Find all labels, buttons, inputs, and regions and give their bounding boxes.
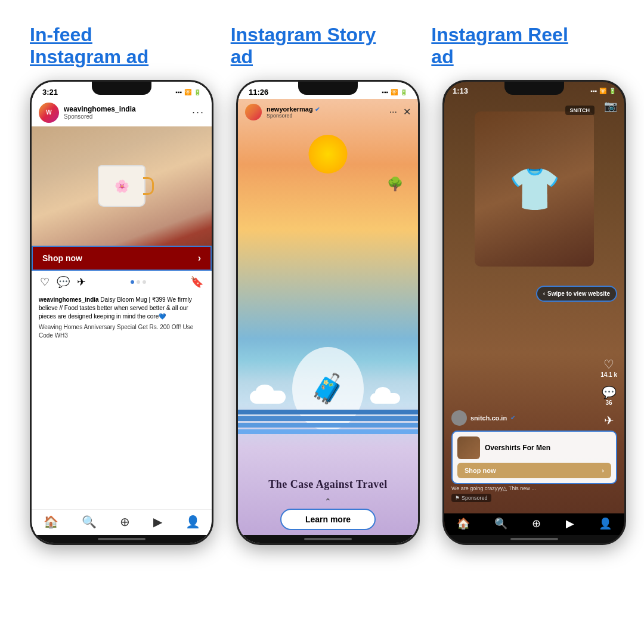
reel-background: 1:13 ▪▪▪ 🛜 🔋 SNITCH 📷 [444, 82, 624, 535]
reel-comment-action: 💬 36 [602, 385, 617, 406]
caption-extra: Weaving Homes Anniversary Special Get Rs… [39, 323, 205, 340]
reel-likes-count: 14.1 k [600, 371, 617, 378]
phone-inner-3: 1:13 ▪▪▪ 🛜 🔋 SNITCH 📷 [444, 82, 624, 543]
reel-product-name: Overshirts For Men [485, 444, 550, 452]
dot-3 [143, 280, 146, 284]
mug-flower-icon: 🌸 [114, 179, 129, 193]
swipe-up-indicator: ⌃ [324, 497, 332, 506]
shop-now-button[interactable]: Shop now › [32, 246, 212, 271]
mug-handle [143, 177, 154, 195]
search-nav-icon[interactable]: 🔍 [82, 515, 97, 529]
story-action-icons: ··· ✕ [389, 106, 411, 117]
reel-like-icon[interactable]: ♡ [603, 357, 614, 371]
signal-icon-2: ▪▪▪ [382, 89, 388, 95]
story-user-block: newyorkermag ✔ Sponsored [262, 106, 389, 119]
story-background: newyorkermag ✔ Sponsored ··· ✕ [238, 99, 418, 535]
reel-home-icon[interactable]: 🏠 [457, 517, 470, 530]
story-more-icon[interactable]: ··· [389, 107, 397, 117]
water-stripes [238, 410, 418, 442]
story-avatar [245, 104, 262, 120]
home-bar-1 [98, 538, 145, 540]
sun-graphic [309, 135, 348, 174]
add-nav-icon[interactable]: ⊕ [120, 515, 130, 529]
feed-actions-bar: ♡ 💬 ✈ 🔖 [32, 271, 212, 293]
like-icon[interactable]: ♡ [40, 275, 49, 289]
cloud-area [238, 380, 418, 410]
profile-nav-icon[interactable]: 👤 [185, 515, 200, 529]
reel-sponsored-text: Sponsored [462, 495, 488, 501]
water-stripe-4 [238, 429, 418, 434]
feed-caption: weavinghomes_india Daisy Bloom Mug | ₹39… [32, 293, 212, 343]
reel-product-thumbnail [457, 436, 480, 459]
feed-username: weavinghomes_india [64, 105, 192, 113]
reel-top-icons: 📷 [604, 100, 617, 113]
reel-avatar [451, 410, 467, 426]
reel-status-icons: ▪▪▪ 🛜 🔋 [590, 88, 616, 94]
shop-now-label: Shop now [42, 253, 82, 263]
learn-more-button[interactable]: Learn more [280, 509, 376, 530]
story-header: newyorkermag ✔ Sponsored ··· ✕ [238, 99, 418, 123]
label-cell-reel: Instagram Reelad [425, 24, 626, 68]
reel-profile-icon[interactable]: 👤 [599, 517, 612, 530]
reel-product-row: Overshirts For Men [457, 436, 611, 459]
time-2: 11:26 [249, 88, 268, 97]
home-nav-icon[interactable]: 🏠 [44, 515, 58, 529]
feed-nav-bar: 🏠 🔍 ⊕ ▶ 👤 [32, 509, 212, 535]
story-username-text: newyorkermag [267, 106, 313, 113]
comment-icon[interactable]: 💬 [57, 275, 70, 289]
swipe-label: Swipe to view website [547, 290, 610, 297]
home-indicator-1 [32, 535, 212, 543]
water-stripe-2 [238, 416, 418, 421]
status-icons-1: ▪▪▪ 🛜 🔋 [175, 89, 201, 95]
caption-username: weavinghomes_india [39, 296, 99, 303]
save-icon[interactable]: 🔖 [190, 275, 203, 289]
reel-user-row: snitch.co.in ✔ [451, 410, 617, 426]
reel-shop-now-button[interactable]: Shop now › [457, 463, 611, 478]
share-icon[interactable]: ✈ [77, 275, 86, 289]
home-bar-2 [304, 538, 352, 540]
feed-avatar: W [39, 103, 59, 123]
reel-camera-icon[interactable]: 📷 [604, 100, 617, 113]
cloud-2 [370, 393, 400, 404]
reel-add-icon[interactable]: ⊕ [532, 517, 541, 530]
status-icons-2: ▪▪▪ 🛜 🔋 [382, 89, 407, 95]
home-bar-3 [510, 538, 558, 540]
reel-wifi-icon: 🛜 [599, 88, 606, 94]
reel-comment-icon[interactable]: 💬 [602, 385, 617, 400]
reel-reels-icon[interactable]: ▶ [566, 517, 574, 530]
reel-search-icon[interactable]: 🔍 [494, 517, 507, 530]
story-username: newyorkermag ✔ [267, 106, 389, 113]
feed-sponsored: Sponsored [64, 113, 192, 120]
story-close-icon[interactable]: ✕ [403, 106, 411, 117]
reel-flag-icon: ⚑ [455, 495, 460, 501]
swipe-pill[interactable]: ‹ Swipe to view website [536, 286, 617, 302]
phone-inner-2: 11:26 ▪▪▪ 🛜 🔋 newyorkermag [238, 82, 418, 543]
home-indicator-2 [238, 535, 418, 543]
mug-visual: 🌸 [98, 165, 145, 207]
reel-battery-icon: 🔋 [609, 88, 616, 94]
reel-caption: We are going crazyyy△ This new ... [451, 485, 617, 491]
feed-header: W weavinghomes_india Sponsored ··· [32, 99, 212, 126]
story-sponsored: Sponsored [267, 113, 389, 119]
tree-icon: 🌳 [387, 177, 403, 192]
reel-bottom-area: snitch.co.in ✔ Overshirts For Men Shop n… [444, 410, 624, 502]
story-cta-bar: ⌃ Learn more [238, 494, 418, 535]
reel-comments-count: 36 [606, 400, 612, 406]
carousel-dots [131, 275, 146, 289]
feed-actions-left: ♡ 💬 ✈ [40, 275, 86, 289]
feed-image: 🌸 [32, 126, 212, 246]
reel-shop-arrow-icon: › [602, 467, 604, 474]
feed-more-dots[interactable]: ··· [192, 106, 205, 119]
dot-1 [131, 280, 134, 284]
shirt-icon: 👕 [509, 165, 561, 213]
reel-signal-icon: ▪▪▪ [590, 88, 597, 94]
signal-icon-1: ▪▪▪ [175, 89, 182, 95]
label-cell-story: Instagram Storyad [225, 24, 426, 68]
shop-now-arrow-icon: › [198, 253, 201, 264]
verified-icon: ✔ [315, 106, 320, 113]
reel-nav-bar: 🏠 🔍 ⊕ ▶ 👤 [444, 513, 624, 535]
page-container: In-feedInstagram ad Instagram Storyad In… [0, 0, 644, 644]
wifi-icon-2: 🛜 [391, 89, 398, 95]
feed-label-title: In-feedInstagram ad [30, 24, 219, 68]
reels-nav-icon[interactable]: ▶ [153, 515, 162, 529]
